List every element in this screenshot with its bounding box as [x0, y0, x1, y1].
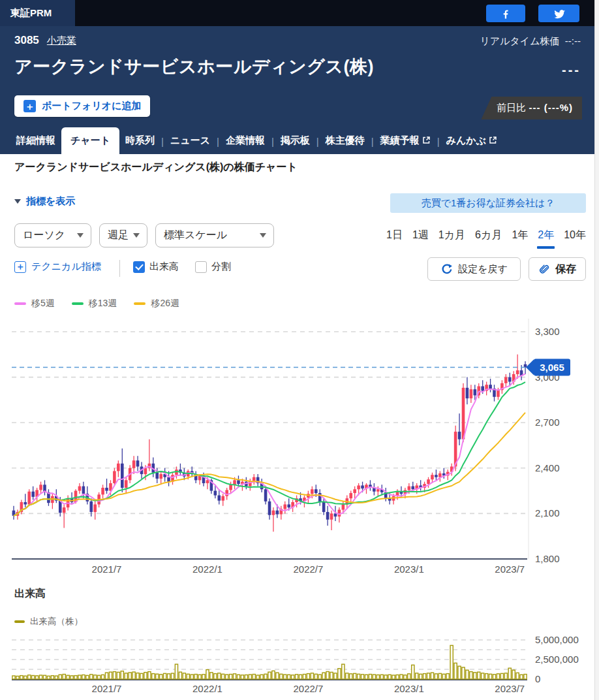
broker-promo-button[interactable]: 売買で1番お得な証券会社は？: [390, 193, 586, 213]
svg-text:2022/1: 2022/1: [192, 564, 223, 575]
period-selector: 1日 1週 1カ月 6カ月 1年 2年 10年: [386, 229, 586, 249]
prev-day-change-badge: 前日比 --- (---%): [481, 97, 582, 119]
chart-type-select[interactable]: ローソク: [14, 223, 91, 247]
svg-text:2022/7: 2022/7: [293, 683, 323, 694]
stock-header: 3085 小売業 リアルタイム株価 --:-- アークランドサービスホールディン…: [0, 26, 599, 154]
volume-bar-chart[interactable]: 02,500,0005,000,0002021/72022/12022/7202…: [0, 614, 599, 700]
price-candlestick-chart[interactable]: 1,8002,1002,4002,7003,0003,3002021/72022…: [0, 313, 599, 584]
plus-box-icon: ＋: [14, 261, 26, 273]
triangle-down-icon: [14, 199, 21, 204]
current-price-placeholder: ---: [562, 63, 581, 78]
market-segment-badge: 東証PRM: [0, 0, 75, 26]
tab-separator: |: [313, 129, 322, 154]
tab-detail[interactable]: 詳細情報: [13, 127, 59, 154]
ma26-swatch: [134, 302, 146, 305]
svg-text:1,800: 1,800: [535, 553, 560, 564]
checkbox-checked-icon: [133, 261, 145, 273]
chevron-down-icon: [133, 233, 140, 238]
plus-icon: ＋: [23, 100, 36, 112]
timeframe-select[interactable]: 週足: [99, 223, 147, 247]
period-6month[interactable]: 6カ月: [475, 229, 502, 249]
svg-text:3,300: 3,300: [535, 326, 560, 337]
period-1year[interactable]: 1年: [512, 229, 528, 249]
period-10year[interactable]: 10年: [564, 229, 586, 249]
period-1week[interactable]: 1週: [412, 229, 429, 249]
tab-news[interactable]: ニュース: [167, 127, 213, 154]
tab-separator: |: [158, 129, 167, 154]
ma5-swatch: [14, 302, 26, 305]
stock-code: 3085: [14, 34, 39, 47]
svg-text:2,400: 2,400: [535, 462, 560, 473]
svg-text:2022/1: 2022/1: [192, 683, 223, 694]
split-checkbox[interactable]: 分割: [195, 261, 231, 273]
svg-text:2023/1: 2023/1: [394, 564, 424, 575]
ma13-swatch: [72, 302, 84, 305]
external-link-icon: [422, 136, 431, 144]
volume-checkbox[interactable]: 出来高: [133, 261, 179, 273]
svg-text:2,500,000: 2,500,000: [535, 654, 579, 665]
realtime-price: リアルタイム株価 --:--: [480, 35, 581, 48]
divider: [119, 260, 120, 277]
tab-separator: |: [213, 129, 223, 154]
paperclip-icon: [538, 263, 550, 275]
facebook-icon: [500, 8, 512, 20]
company-name: アークランドサービスホールディングス(株): [14, 55, 374, 78]
top-bar: 東証PRM: [0, 0, 599, 26]
period-1day[interactable]: 1日: [386, 229, 403, 249]
svg-text:2,700: 2,700: [535, 417, 560, 428]
svg-text:2021/7: 2021/7: [92, 683, 122, 694]
svg-text:2023/7: 2023/7: [495, 683, 525, 694]
reset-settings-button[interactable]: 設定を戻す: [427, 257, 521, 281]
facebook-share-button[interactable]: [486, 5, 525, 22]
svg-text:0: 0: [535, 673, 540, 684]
nav-tabs: 詳細情報 チャート 時系列 | ニュース | 企業情報 | 掲示板 | 株主優待…: [13, 127, 500, 154]
sector-link[interactable]: 小売業: [47, 35, 76, 47]
legend-ma26: 移26週: [134, 298, 179, 310]
period-1month[interactable]: 1カ月: [438, 229, 465, 249]
svg-text:2023/1: 2023/1: [394, 683, 424, 694]
tab-shareholder-benefit[interactable]: 株主優待: [322, 127, 368, 154]
page-scrollbar[interactable]: [594, 0, 599, 700]
tab-company-info[interactable]: 企業情報: [223, 127, 268, 154]
stock-chart-page: 東証PRM 3085 小売業 リアルタイム株価 --:-- アークランドサービス…: [0, 0, 599, 700]
add-to-portfolio-button[interactable]: ＋ ポートフォリオに追加: [14, 95, 150, 117]
tab-board[interactable]: 掲示板: [277, 127, 313, 154]
svg-text:2023/7: 2023/7: [495, 564, 525, 575]
chevron-down-icon: [260, 233, 266, 238]
indicator-toggle[interactable]: 指標を表示: [14, 195, 75, 208]
tab-timeseries[interactable]: 時系列: [122, 127, 158, 154]
technical-indicator-button[interactable]: ＋ テクニカル指標: [14, 261, 101, 273]
svg-text:5,000,000: 5,000,000: [535, 634, 579, 645]
twitter-share-button[interactable]: [538, 5, 579, 22]
refresh-icon: [440, 263, 453, 276]
svg-text:2,100: 2,100: [535, 507, 560, 518]
tab-minkabu[interactable]: みんかぶ: [443, 127, 500, 154]
page-title: アークランドサービスホールディングス(株)の株価チャート: [14, 161, 298, 174]
tab-earnings-forecast[interactable]: 業績予報: [377, 127, 434, 154]
scale-select[interactable]: 標準スケール: [155, 223, 274, 247]
tab-chart[interactable]: チャート: [61, 127, 119, 154]
checkbox-unchecked-icon: [195, 261, 207, 273]
save-button[interactable]: 保存: [529, 257, 586, 281]
tab-separator: |: [268, 129, 277, 154]
legend-ma5: 移5週: [14, 298, 55, 310]
legend-ma13: 移13週: [72, 298, 117, 310]
period-2year[interactable]: 2年: [538, 229, 554, 249]
chevron-down-icon: [77, 233, 84, 238]
external-link-icon: [489, 136, 497, 144]
moving-average-legend: 移5週 移13週 移26週: [14, 298, 179, 310]
tab-separator: |: [434, 129, 443, 154]
svg-text:2021/7: 2021/7: [92, 564, 122, 575]
svg-text:3,065: 3,065: [540, 362, 564, 373]
svg-text:2022/7: 2022/7: [293, 564, 323, 575]
twitter-icon: [553, 8, 565, 20]
tab-separator: |: [368, 129, 377, 154]
volume-section-title: 出来高: [14, 587, 46, 601]
